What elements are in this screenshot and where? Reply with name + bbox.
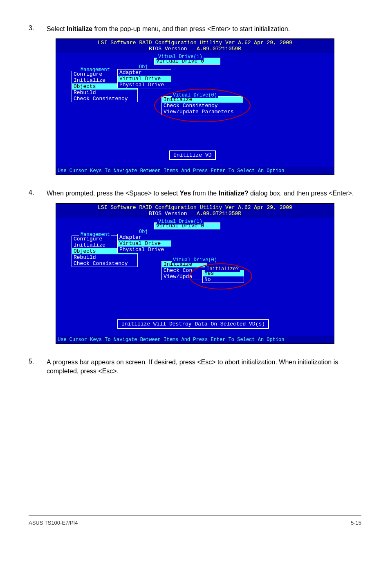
vd0-check[interactable]: Check Con — [162, 267, 207, 274]
panel-label: Vitual Drive(1) — [157, 54, 204, 60]
step-4: 4. When prompted, press the <Space> to s… — [29, 189, 361, 198]
menu-check[interactable]: Check Consistency — [72, 260, 137, 267]
step-text: When prompted, press the <Space> to sele… — [47, 189, 361, 198]
bios-header: LSI Software RAID Configuration Utility … — [56, 39, 334, 53]
step-number: 4. — [29, 189, 47, 198]
bios-header: LSI Software RAID Configuration Utility … — [56, 204, 334, 218]
submenu-virtual-drive[interactable]: Virtual Drive — [118, 76, 171, 82]
bios-screenshot-2: LSI Software RAID Configuration Utility … — [56, 203, 334, 344]
status-box: Initilize VD — [169, 150, 216, 160]
bios-body: Vitual Drive(1) Virtual Drive 0 Obj Mana… — [56, 218, 334, 336]
footer-left: ASUS TS100-E7/PI4 — [29, 520, 78, 526]
text: dialog box, and then press <Enter>. — [249, 190, 354, 197]
submenu-physical-drive[interactable]: Physical Drive — [118, 247, 171, 253]
text: Select — [47, 25, 67, 32]
text-bold: Initialize — [67, 25, 92, 32]
step-text: Select Initialize from the pop-up menu, … — [47, 25, 361, 34]
submenu-virtual-drive[interactable]: Virtual Drive — [118, 240, 171, 247]
bios-footer: Use Cursor Keys To Navigate Between Item… — [56, 167, 334, 175]
vd0-view[interactable]: View/Upda — [162, 274, 207, 280]
bios-title-line2: BIOS Version A.09.07211059R — [56, 211, 334, 217]
text-bold: Initialize? — [219, 190, 249, 197]
step-5: 5. A progress bar appears on screen. If … — [29, 358, 361, 376]
text: from the pop-up menu, and then press <En… — [92, 25, 290, 32]
step-number: 5. — [29, 358, 47, 376]
option-no[interactable]: No — [203, 276, 244, 283]
menu-rebuild[interactable]: Rebuild — [72, 254, 137, 260]
panel-label: Initialize? — [205, 266, 240, 272]
bios-title-line1: LSI Software RAID Configuration Utility … — [56, 204, 334, 211]
submenu-adapter[interactable]: Adapter — [118, 234, 171, 240]
text: When prompted, press the <Space> to sele… — [47, 190, 180, 197]
bios-body: Vitual Drive(1) Virtual Drive 0 Obj Mana… — [56, 53, 334, 167]
obj-label-holder: Obj — [138, 230, 153, 233]
virtual-drive-1-panel: Vitual Drive(1) Virtual Drive 0 — [154, 58, 220, 65]
submenu-physical-drive[interactable]: Physical Drive — [118, 82, 171, 88]
step-3: 3. Select Initialize from the pop-up men… — [29, 25, 361, 34]
bios-title-line2: BIOS Version A.09.07211059R — [56, 46, 334, 52]
bios-screenshot-1: LSI Software RAID Configuration Utility … — [56, 38, 334, 175]
text-bold: Yes — [180, 190, 191, 197]
bios-footer: Use Cursor Keys To Navigate Between Item… — [56, 336, 334, 343]
footer-right: 5-15 — [351, 520, 361, 526]
text: from the — [191, 190, 219, 197]
submenu-adapter[interactable]: Adapter — [118, 70, 171, 76]
obj-label-holder: Obj — [138, 65, 153, 68]
panel-label: Vitual Drive(0) — [172, 257, 218, 263]
bios-title-line1: LSI Software RAID Configuration Utility … — [56, 40, 334, 46]
initialize-dialog: Initialize? Yes No — [202, 270, 244, 283]
page-footer: ASUS TS100-E7/PI4 5-15 — [29, 515, 361, 536]
panel-label: Vitual Drive(1) — [157, 219, 204, 224]
menu-rebuild[interactable]: Rebuild — [72, 90, 137, 96]
virtual-drive-0-panel: Vitual Drive(0) Initialze Check Con View… — [161, 261, 207, 280]
menu-check[interactable]: Check Consistency — [72, 96, 137, 102]
panel-label: Vitual Drive(0) — [172, 92, 218, 98]
step-number: 3. — [29, 25, 47, 34]
objects-submenu: Adapter Virtual Drive Physical Drive — [117, 69, 171, 88]
virtual-drive-1-panel: Vitual Drive(1) Virtual Drive 0 — [154, 222, 220, 229]
virtual-drive-0-panel: Vitual Drive(0) Initialze Check Consiste… — [161, 96, 243, 115]
panel-label: Management — [79, 67, 111, 73]
vd0-check[interactable]: Check Consistency — [162, 103, 243, 109]
panel-label: Management — [79, 232, 111, 238]
vd0-view[interactable]: View/Update Parameters — [162, 109, 243, 115]
step-text: A progress bar appears on screen. If des… — [47, 358, 361, 376]
status-box: Initilize Will Destroy Data On Selected … — [117, 319, 269, 329]
objects-submenu: Adapter Virtual Drive Physical Drive — [117, 234, 171, 253]
